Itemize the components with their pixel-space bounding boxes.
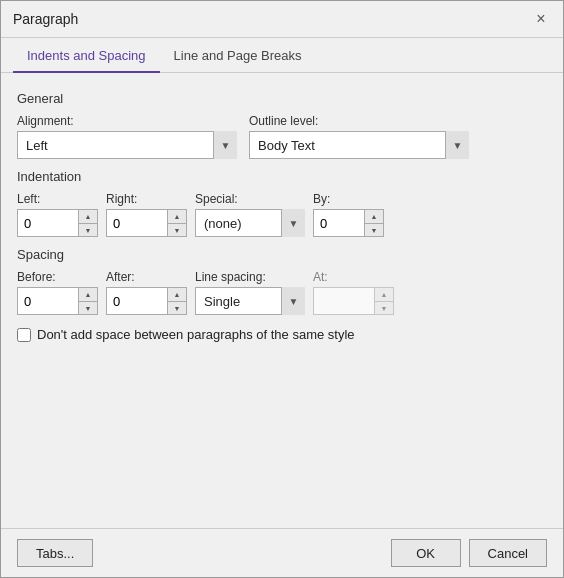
spacing-before-label: Before: [17, 270, 98, 284]
outline-level-group: Outline level: Body Text Level 1 Level 2… [249, 114, 469, 159]
spacing-before-input[interactable] [18, 288, 78, 314]
spacing-after-down-button[interactable]: ▼ [168, 301, 186, 314]
tabs-button[interactable]: Tabs... [17, 539, 93, 567]
same-style-checkbox-row: Don't add space between paragraphs of th… [17, 327, 547, 342]
alignment-select-wrapper: Left Center Right Justified ▼ [17, 131, 237, 159]
title-bar: Paragraph × [1, 1, 563, 38]
outline-level-select[interactable]: Body Text Level 1 Level 2 Level 3 [249, 131, 469, 159]
indent-left-spin-buttons: ▲ ▼ [78, 210, 97, 236]
indentation-row: Left: ▲ ▼ Right: ▲ ▼ [17, 192, 547, 237]
indent-left-up-button[interactable]: ▲ [79, 210, 97, 223]
indent-right-spinner: ▲ ▼ [106, 209, 187, 237]
indent-right-up-button[interactable]: ▲ [168, 210, 186, 223]
dialog-footer: Tabs... OK Cancel [1, 528, 563, 577]
spacing-after-spinner: ▲ ▼ [106, 287, 187, 315]
indent-by-spinner: ▲ ▼ [313, 209, 384, 237]
indent-right-label: Right: [106, 192, 187, 206]
spacing-row: Before: ▲ ▼ After: ▲ ▼ [17, 270, 547, 315]
indent-left-group: Left: ▲ ▼ [17, 192, 98, 237]
line-spacing-group: Line spacing: Single 1.5 lines Double At… [195, 270, 305, 315]
spacing-after-input[interactable] [107, 288, 167, 314]
indent-special-group: Special: (none) First line Hanging ▼ [195, 192, 305, 237]
line-spacing-select[interactable]: Single 1.5 lines Double At least Exactly… [195, 287, 305, 315]
indent-left-down-button[interactable]: ▼ [79, 223, 97, 236]
indent-by-down-button[interactable]: ▼ [365, 223, 383, 236]
indent-special-label: Special: [195, 192, 305, 206]
spacing-at-down-button[interactable]: ▼ [375, 301, 393, 314]
indent-by-up-button[interactable]: ▲ [365, 210, 383, 223]
spacing-before-down-button[interactable]: ▼ [79, 301, 97, 314]
indent-by-label: By: [313, 192, 384, 206]
tab-line-page-breaks[interactable]: Line and Page Breaks [160, 38, 316, 73]
ok-button[interactable]: OK [391, 539, 461, 567]
same-style-checkbox[interactable] [17, 328, 31, 342]
tab-bar: Indents and Spacing Line and Page Breaks [1, 38, 563, 73]
indent-right-input[interactable] [107, 210, 167, 236]
indent-by-input[interactable] [314, 210, 364, 236]
dialog-title: Paragraph [13, 11, 78, 27]
alignment-label: Alignment: [17, 114, 237, 128]
outline-level-label: Outline level: [249, 114, 469, 128]
spacing-at-input[interactable] [314, 288, 374, 314]
line-spacing-label: Line spacing: [195, 270, 305, 284]
indent-right-group: Right: ▲ ▼ [106, 192, 187, 237]
spacing-before-spinner: ▲ ▼ [17, 287, 98, 315]
outline-level-select-wrapper: Body Text Level 1 Level 2 Level 3 ▼ [249, 131, 469, 159]
spacing-section-label: Spacing [17, 247, 547, 262]
indent-left-spinner: ▲ ▼ [17, 209, 98, 237]
tab-indents-spacing[interactable]: Indents and Spacing [13, 38, 160, 73]
indent-special-select-wrapper: (none) First line Hanging ▼ [195, 209, 305, 237]
indentation-section-label: Indentation [17, 169, 547, 184]
spacing-at-spinner: ▲ ▼ [313, 287, 394, 315]
indent-left-input[interactable] [18, 210, 78, 236]
close-button[interactable]: × [531, 9, 551, 29]
indent-right-spin-buttons: ▲ ▼ [167, 210, 186, 236]
indent-by-spin-buttons: ▲ ▼ [364, 210, 383, 236]
alignment-group: Alignment: Left Center Right Justified ▼ [17, 114, 237, 159]
indent-special-select[interactable]: (none) First line Hanging [195, 209, 305, 237]
dialog-content: General Alignment: Left Center Right Jus… [1, 73, 563, 528]
spacing-after-spin-buttons: ▲ ▼ [167, 288, 186, 314]
spacing-after-up-button[interactable]: ▲ [168, 288, 186, 301]
line-spacing-select-wrapper: Single 1.5 lines Double At least Exactly… [195, 287, 305, 315]
indent-right-down-button[interactable]: ▼ [168, 223, 186, 236]
spacing-before-group: Before: ▲ ▼ [17, 270, 98, 315]
same-style-checkbox-label: Don't add space between paragraphs of th… [37, 327, 355, 342]
alignment-select[interactable]: Left Center Right Justified [17, 131, 237, 159]
spacing-before-up-button[interactable]: ▲ [79, 288, 97, 301]
spacing-after-label: After: [106, 270, 187, 284]
spacing-at-group: At: ▲ ▼ [313, 270, 394, 315]
spacing-after-group: After: ▲ ▼ [106, 270, 187, 315]
indent-by-group: By: ▲ ▼ [313, 192, 384, 237]
footer-left: Tabs... [17, 539, 93, 567]
paragraph-dialog: Paragraph × Indents and Spacing Line and… [0, 0, 564, 578]
general-row: Alignment: Left Center Right Justified ▼… [17, 114, 547, 159]
general-section-label: General [17, 91, 547, 106]
spacing-at-spin-buttons: ▲ ▼ [374, 288, 393, 314]
spacing-at-label: At: [313, 270, 394, 284]
footer-right: OK Cancel [391, 539, 547, 567]
cancel-button[interactable]: Cancel [469, 539, 547, 567]
spacing-at-up-button[interactable]: ▲ [375, 288, 393, 301]
indent-left-label: Left: [17, 192, 98, 206]
spacing-before-spin-buttons: ▲ ▼ [78, 288, 97, 314]
